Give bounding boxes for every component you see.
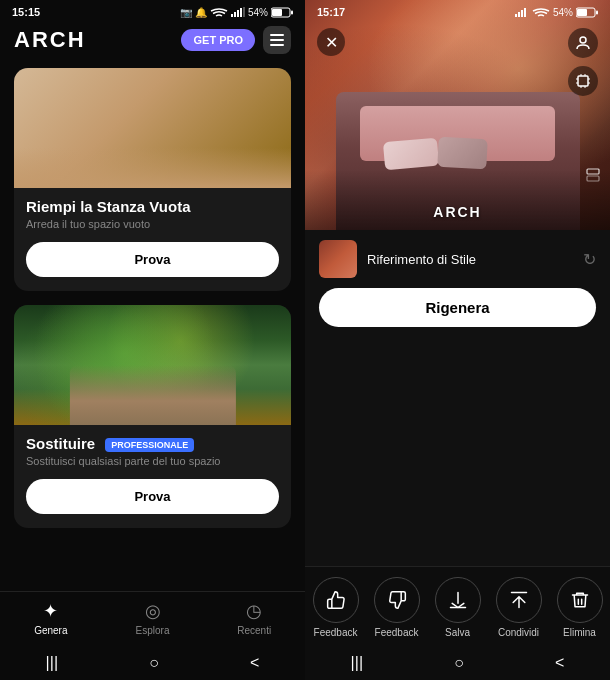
professional-tag: PROFESSIONALE <box>105 438 194 452</box>
share-circle <box>496 577 542 623</box>
room-top-icons <box>568 28 598 96</box>
replace-title: Sostituire PROFESSIONALE <box>26 435 279 452</box>
svg-rect-16 <box>578 76 588 86</box>
svg-rect-2 <box>237 10 239 17</box>
genera-label: Genera <box>34 625 67 636</box>
svg-rect-0 <box>231 14 233 17</box>
svg-rect-6 <box>272 9 282 16</box>
wifi-icon-right <box>532 7 550 17</box>
status-bar-right: 15:17 54% <box>305 0 610 22</box>
delete-action[interactable]: Elimina <box>549 577 610 638</box>
rigenera-button[interactable]: Rigenera <box>319 288 596 327</box>
share-label: Condividi <box>498 627 539 638</box>
refresh-icon[interactable]: ↻ <box>583 250 596 269</box>
thumbs-down-icon <box>387 590 407 610</box>
svg-rect-14 <box>596 10 598 14</box>
person-icon-btn[interactable] <box>568 28 598 58</box>
replace-prova-button[interactable]: Prova <box>26 479 279 514</box>
header-right-buttons: GET PRO <box>181 26 291 54</box>
room-image-container: 15:17 54% <box>305 0 610 230</box>
share-icon <box>509 590 529 610</box>
pillow2 <box>437 136 487 169</box>
thumbs-down-action[interactable]: Feedback <box>366 577 427 638</box>
style-thumbnail[interactable] <box>319 240 357 278</box>
room-image <box>305 0 610 230</box>
svg-point-15 <box>580 37 586 43</box>
hamburger-icon <box>270 34 284 46</box>
fill-room-card-body: Riempi la Stanza Vuota Arreda il tuo spa… <box>14 188 291 242</box>
system-nav-left: ||| ○ < <box>0 642 305 680</box>
crop-icon-btn[interactable] <box>568 66 598 96</box>
cards-scroll: Riempi la Stanza Vuota Arreda il tuo spa… <box>0 62 305 591</box>
delete-circle <box>557 577 603 623</box>
nav-genera[interactable]: ✦ Genera <box>0 600 102 636</box>
fill-room-card-image <box>14 68 291 188</box>
sys-nav-home-left[interactable]: ○ <box>133 650 175 676</box>
save-circle <box>435 577 481 623</box>
svg-rect-10 <box>521 10 523 17</box>
status-icons-left: 📷 🔔 54% <box>180 7 293 18</box>
sys-nav-lines-right[interactable]: ||| <box>335 650 379 676</box>
arch-watermark: ARCH <box>433 204 481 220</box>
left-panel: 15:15 📷 🔔 54% ARCH <box>0 0 305 680</box>
signal-icon-right <box>515 7 529 17</box>
thumbs-up-icon <box>326 590 346 610</box>
genera-icon: ✦ <box>43 600 58 622</box>
svg-rect-1 <box>234 12 236 17</box>
sys-nav-back-left[interactable]: < <box>234 650 275 676</box>
nav-esplora[interactable]: ◎ Esplora <box>102 600 204 636</box>
svg-rect-11 <box>524 8 526 17</box>
svg-rect-13 <box>577 9 587 16</box>
sys-nav-lines-left[interactable]: ||| <box>30 650 74 676</box>
replace-card: Sostituire PROFESSIONALE Sostituisci qua… <box>14 305 291 528</box>
bottom-nav-left: ✦ Genera ◎ Esplora ◷ Recenti <box>0 591 305 642</box>
trash-icon <box>570 590 590 610</box>
replace-subtitle: Sostituisci qualsiasi parte del tuo spaz… <box>26 455 279 467</box>
style-ref-section: Riferimento di Stile ↻ Rigenera <box>305 230 610 335</box>
thumbs-down-label: Feedback <box>375 627 419 638</box>
fill-room-prova-button[interactable]: Prova <box>26 242 279 277</box>
svg-rect-8 <box>515 14 517 17</box>
fill-room-title: Riempi la Stanza Vuota <box>26 198 279 215</box>
side-icon[interactable] <box>586 167 600 190</box>
wifi-icon <box>210 7 228 17</box>
style-ref-row: Riferimento di Stile ↻ <box>319 240 596 278</box>
time-right: 15:17 <box>317 6 345 18</box>
svg-rect-9 <box>518 12 520 17</box>
share-action[interactable]: Condividi <box>488 577 549 638</box>
download-icon <box>448 590 468 610</box>
recenti-icon: ◷ <box>246 600 262 622</box>
fill-room-subtitle: Arreda il tuo spazio vuoto <box>26 218 279 230</box>
thumbs-up-action[interactable]: Feedback <box>305 577 366 638</box>
pillow1 <box>383 138 439 170</box>
time-left: 15:15 <box>12 6 40 18</box>
arch-logo-left: ARCH <box>14 27 86 53</box>
svg-rect-4 <box>243 7 245 17</box>
nav-recenti[interactable]: ◷ Recenti <box>203 600 305 636</box>
battery-icon <box>271 7 293 18</box>
replace-card-body: Sostituire PROFESSIONALE Sostituisci qua… <box>14 425 291 479</box>
save-action[interactable]: Salva <box>427 577 488 638</box>
header-left: ARCH GET PRO <box>0 22 305 62</box>
style-ref-label: Riferimento di Stile <box>367 252 476 267</box>
style-ref-left: Riferimento di Stile <box>319 240 476 278</box>
bottom-actions: Feedback Feedback Salva <box>305 566 610 642</box>
svg-rect-7 <box>291 10 293 14</box>
recenti-label: Recenti <box>237 625 271 636</box>
get-pro-button[interactable]: GET PRO <box>181 29 255 51</box>
status-icons-right: 54% <box>515 7 598 18</box>
delete-label: Elimina <box>563 627 596 638</box>
close-button[interactable]: ✕ <box>317 28 345 56</box>
person-icon <box>575 35 591 51</box>
menu-button[interactable] <box>263 26 291 54</box>
signal-icon <box>231 7 245 17</box>
layers-icon <box>586 167 600 187</box>
sys-nav-home-right[interactable]: ○ <box>438 650 480 676</box>
svg-rect-18 <box>587 176 599 181</box>
battery-icon-right <box>576 7 598 18</box>
system-nav-right: ||| ○ < <box>305 642 610 680</box>
thumbs-up-circle <box>313 577 359 623</box>
sys-nav-back-right[interactable]: < <box>539 650 580 676</box>
right-panel: 15:17 54% <box>305 0 610 680</box>
svg-rect-17 <box>587 169 599 174</box>
